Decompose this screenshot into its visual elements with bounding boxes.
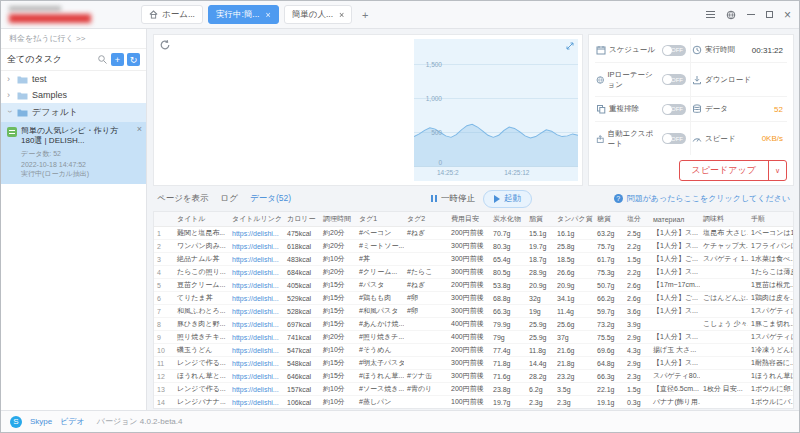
table-cell: 54.9g	[490, 409, 526, 410]
table-cell: #青のり	[404, 383, 448, 396]
cell-link[interactable]: https://delishi...	[229, 227, 284, 240]
cell-link[interactable]: https://delishi...	[229, 318, 284, 331]
table-row[interactable]: 13レンジで作る...https://delishi...157kcal約10分…	[154, 383, 794, 396]
table-row[interactable]: 1難関と塩昆布...https://delishi...475kcal約20分#…	[154, 227, 794, 240]
table-cell: ワンパン肉み...	[174, 240, 229, 253]
tab-data[interactable]: データ(52)	[250, 193, 291, 205]
maximize-icon[interactable]	[766, 11, 773, 18]
table-cell: 約10分	[320, 344, 356, 357]
table-row[interactable]: 2ワンパン肉み...https://delishi...618kcal約20分#…	[154, 240, 794, 253]
table-row[interactable]: 9照り焼きチキ...https://delishi...741kcal約20分#…	[154, 331, 794, 344]
close-icon[interactable]: ×	[137, 124, 142, 134]
table-cell: #クリーム...	[356, 266, 404, 279]
table-cell: 66.3g	[594, 370, 624, 383]
x-axis-tick: 14:25:12	[504, 169, 529, 176]
table-cell: 32g	[526, 292, 554, 305]
cell-link[interactable]: https://delishi...	[229, 344, 284, 357]
expand-icon[interactable]	[566, 42, 574, 50]
table-row[interactable]: 3絶品ナムル丼https://delishi...483kcal約10分#丼30…	[154, 253, 794, 266]
start-button[interactable]: 起動	[483, 190, 532, 208]
table-row[interactable]: 12ほうれん草と...https://delishi...646kcal約15分…	[154, 370, 794, 383]
language-icon[interactable]	[726, 10, 736, 20]
refresh-tasks-button[interactable]: ↻	[127, 53, 140, 66]
new-tab-button[interactable]: +	[357, 7, 373, 23]
schedule-toggle[interactable]: OFF	[662, 45, 686, 56]
tab-running-task[interactable]: 実行中:簡... ×	[208, 5, 279, 24]
pause-button[interactable]: 一時停止	[431, 193, 475, 205]
tab-home[interactable]: ホーム...	[141, 5, 203, 24]
skype-icon[interactable]: S	[10, 416, 22, 428]
folder-default[interactable]: › デフォルト	[1, 103, 146, 122]
data-count-label: データ	[705, 104, 728, 114]
cell-link[interactable]: https://delishi...	[229, 357, 284, 370]
table-cell: 1豆苗は根元...	[748, 279, 794, 292]
row-index: 15	[154, 409, 174, 410]
close-icon[interactable]: ×	[339, 10, 344, 20]
menu-icon[interactable]	[706, 9, 715, 20]
table-cell: 15.1g	[526, 227, 554, 240]
table-row[interactable]: 8豚ひき肉と野...https://delishi...697kcal約15分#…	[154, 318, 794, 331]
table-cell: 300円前後	[448, 292, 490, 305]
schedule-row: スケジュール OFF	[595, 38, 691, 63]
cell-link[interactable]: https://delishi...	[229, 240, 284, 253]
table-row[interactable]: 10磯玉うどんhttps://delishi...547kcal約10分#そうめ…	[154, 344, 794, 357]
table-row[interactable]: 15マグカップで...https://delishi...327kcal約10分…	[154, 409, 794, 410]
all-tasks-label: 全てのタスク	[7, 53, 62, 66]
export-icon	[596, 134, 604, 144]
table-cell: 21.6g	[554, 344, 594, 357]
folder-samples[interactable]: › Samples	[1, 87, 146, 103]
auto-export-toggle[interactable]: OFF	[662, 133, 686, 144]
tab-view-page[interactable]: ページを表示	[157, 193, 209, 205]
cell-link[interactable]: https://delishi...	[229, 253, 284, 266]
dedupe-toggle[interactable]: OFF	[662, 104, 686, 115]
table-cell: #照り焼きチ...	[356, 331, 404, 344]
table-row[interactable]: 6てりたま丼https://delishi...529kcal約15分#鶏もも肉…	[154, 292, 794, 305]
cell-link[interactable]: https://delishi...	[229, 409, 284, 410]
table-cell: 【1人分】ご...	[650, 253, 700, 266]
tab-log[interactable]: ログ	[221, 193, 238, 205]
cell-link[interactable]: https://delishi...	[229, 305, 284, 318]
ip-rotation-toggle[interactable]: OFF	[662, 74, 686, 85]
download-label[interactable]: ダウンロード	[705, 75, 751, 85]
cell-link[interactable]: https://delishi...	[229, 279, 284, 292]
y-axis-tick: 1,000	[416, 94, 442, 101]
task-list-item[interactable]: 簡単の人気レシピ・作り方 180選 | DELISH... × データ数: 52…	[1, 122, 146, 184]
table-cell: 2.3g	[554, 396, 594, 409]
chevron-down-icon[interactable]: ∨	[768, 161, 786, 180]
table-row[interactable]: 11レンジで作る...https://delishi...548kcal約15分…	[154, 357, 794, 370]
table-row[interactable]: 4たらこの照り...https://delishi...684kcal約20分#…	[154, 266, 794, 279]
tab-task[interactable]: 簡単の人... ×	[284, 5, 353, 24]
new-folder-button[interactable]: +	[111, 53, 124, 66]
refresh-icon[interactable]	[159, 39, 171, 51]
close-window-icon[interactable]: ×	[784, 11, 791, 19]
dedupe-row: 重複排除 OFF	[595, 97, 691, 122]
cell-link[interactable]: https://delishi...	[229, 266, 284, 279]
table-cell: 618kcal	[284, 240, 320, 253]
table-row[interactable]: 7和風ふわとろ...https://delishi...528kcal約15分#…	[154, 305, 794, 318]
upgrade-link[interactable]: 料金を払うに行く >>	[1, 29, 146, 49]
cell-link[interactable]: https://delishi...	[229, 331, 284, 344]
minimize-icon[interactable]	[747, 14, 755, 15]
pause-icon	[431, 195, 437, 202]
cell-link[interactable]: https://delishi...	[229, 292, 284, 305]
table-cell: 75.7g	[594, 240, 624, 253]
table-cell: 73.2g	[594, 318, 624, 331]
download-row: ダウンロード	[691, 63, 787, 97]
cell-link[interactable]: https://delishi...	[229, 396, 284, 409]
table-cell	[650, 318, 700, 331]
help-link[interactable]: ? 問題があったらここをクリックしてください	[614, 193, 794, 204]
cell-link[interactable]: https://delishi...	[229, 370, 284, 383]
cell-link[interactable]: https://delishi...	[229, 383, 284, 396]
close-icon[interactable]: ×	[265, 10, 270, 20]
table-row[interactable]: 14レンジバナナ...https://delishi...106kcal約10分…	[154, 396, 794, 409]
speed-up-button[interactable]: スピードアップ ∨	[679, 160, 787, 181]
folder-test[interactable]: › test	[1, 71, 146, 87]
table-cell: 約15分	[320, 357, 356, 370]
table-cell: 19.1g	[594, 396, 624, 409]
table-row[interactable]: 5豆苗クリーム...https://delishi...405kcal約15分#…	[154, 279, 794, 292]
table-cell: 0.3g	[624, 396, 650, 409]
search-icon[interactable]	[97, 54, 108, 65]
skype-link[interactable]: Skype	[30, 417, 52, 426]
table-cell: 200円前後	[448, 383, 490, 396]
video-link[interactable]: ビデオ	[60, 416, 85, 427]
